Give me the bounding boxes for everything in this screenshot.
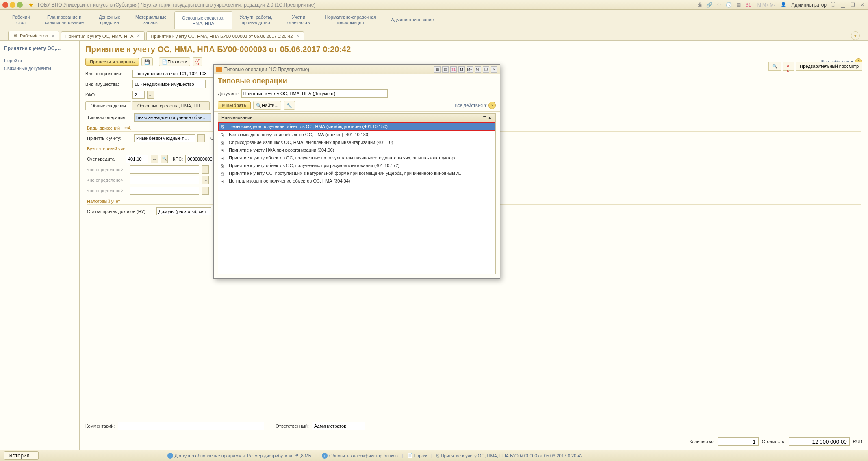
search-schet-icon[interactable]: 🔍 <box>161 155 168 163</box>
input-kfo[interactable] <box>132 91 145 99</box>
ftab-os[interactable]: Основные средства, НМА, НП… <box>132 101 210 110</box>
nav-admin[interactable]: Администрирование <box>384 10 441 29</box>
select-schet-icon[interactable]: … <box>151 155 158 163</box>
side-link-related[interactable]: Связанные документы <box>4 64 75 72</box>
sb-banks[interactable]: iОбновить классификатор банков <box>322 453 398 459</box>
list-row[interactable]: ⎘Принятие к учету ОС, поступивших в нату… <box>218 170 495 177</box>
m-buttons[interactable]: M M+ M- <box>757 2 775 7</box>
input-otv[interactable] <box>312 422 365 430</box>
clock-icon[interactable]: 🕓 <box>726 2 732 8</box>
star-icon[interactable]: ☆ <box>716 2 723 8</box>
tab-close-icon[interactable]: ✕ <box>51 33 55 39</box>
dtkt-button[interactable]: ДтКт <box>193 57 202 66</box>
input-komm[interactable] <box>118 422 264 430</box>
restore-icon[interactable]: ❐ <box>849 2 856 8</box>
select-prin-icon[interactable]: … <box>197 134 205 142</box>
search-button[interactable]: 🔍 <box>768 62 781 71</box>
save-button[interactable]: 💾 <box>141 57 153 66</box>
nav-services[interactable]: Услуги, работы, производство <box>232 10 280 29</box>
modal-close-icon[interactable]: ✕ <box>491 66 497 73</box>
dtkt2-button[interactable]: ДтКт <box>783 62 794 71</box>
label-curr: RUB <box>853 439 862 444</box>
input-stat[interactable] <box>156 207 211 215</box>
close-icon[interactable]: ✕ <box>859 2 866 8</box>
input-undef3[interactable] <box>130 187 199 195</box>
list-row[interactable]: ⎘Оприходование излишков ОС, НМА, выявлен… <box>218 139 495 146</box>
post-button[interactable]: 📄 Провести <box>159 57 190 66</box>
summary-row: Количество: Стоимость: RUB <box>85 435 862 446</box>
select-kfo-icon[interactable]: … <box>147 91 154 99</box>
input-undef1[interactable] <box>130 165 199 174</box>
list-header[interactable]: Наименование ≣ ▲ <box>218 113 496 122</box>
list-row[interactable]: ⎘Принятие к учету объектов ОС, полученны… <box>218 154 495 162</box>
tab-close-icon[interactable]: ✕ <box>137 33 140 39</box>
list-row[interactable]: ⎘Принятие к учету НФА при реорганизации … <box>218 146 495 154</box>
list-row[interactable]: ⎘Централизованное получение объектов ОС,… <box>218 177 495 185</box>
input-vid-im[interactable] <box>132 80 206 88</box>
select-undef2-icon[interactable]: … <box>202 176 209 184</box>
select-undef1-icon[interactable]: … <box>202 165 209 174</box>
info-icon[interactable]: ⓘ <box>830 2 836 8</box>
user-icon: 👤 <box>781 2 786 7</box>
modal-clear-button[interactable]: 🔧 <box>284 101 295 110</box>
tab-list[interactable]: Принятия к учету ОС, НМА, НПА ✕ <box>61 31 145 40</box>
history-button[interactable]: История... <box>4 451 39 460</box>
link-icon[interactable]: 🔗 <box>706 2 713 8</box>
label-undef1: <не определено>: <box>87 167 128 172</box>
preview-button[interactable]: Предварительный просмотр <box>796 62 862 71</box>
window-maximize-icon[interactable] <box>17 2 23 8</box>
nav-accounting[interactable]: Учет и отчетность <box>280 10 318 29</box>
sort-icon[interactable]: ≣ ▲ <box>483 115 492 120</box>
calendar-icon[interactable]: 31 <box>745 2 752 8</box>
label-komm: Комментарий: <box>85 424 115 428</box>
modal-help-icon[interactable]: ? <box>488 102 496 109</box>
tab-desktop[interactable]: 🖥 Рабочий стол ✕ <box>8 31 59 40</box>
post-and-close-button[interactable]: Провести и закрыть <box>85 58 139 66</box>
nav-materials[interactable]: Материальные запасы <box>128 10 174 29</box>
nav-money[interactable]: Денежные средства <box>91 10 128 29</box>
favorite-icon[interactable]: ★ <box>28 2 34 8</box>
tabs-dropdown-icon[interactable]: ▾ <box>851 31 860 40</box>
modal-calc-icon[interactable]: ▤ <box>442 66 449 73</box>
nav-reference[interactable]: Нормативно-справочная информация <box>318 10 384 29</box>
calc-icon[interactable]: ▦ <box>736 2 742 8</box>
tab-close-icon[interactable]: ✕ <box>296 33 299 39</box>
window-minimize-icon[interactable] <box>10 2 15 8</box>
info-icon: i <box>322 453 328 459</box>
modal-m-button[interactable]: M <box>458 66 465 73</box>
sb-update-label: Доступно обновление программы. Размер ди… <box>175 453 313 458</box>
input-qty[interactable] <box>718 437 759 446</box>
input-typ-op[interactable] <box>134 113 211 122</box>
modal-mminus-button[interactable]: M- <box>475 66 481 73</box>
modal-all-actions[interactable]: Все действия ▾ ? <box>455 102 496 109</box>
sb-doc[interactable]: ⎘Принятие к учету ОС, НМА, НПА БУ00-0000… <box>436 453 583 458</box>
ftab-general[interactable]: Общие сведения <box>85 101 131 110</box>
list-row[interactable]: ⎘Безвозмездное получение объектов ОС, НМ… <box>218 131 495 139</box>
modal-mplus-button[interactable]: M+ <box>467 66 473 73</box>
input-vid-post[interactable] <box>132 70 218 78</box>
select-undef3-icon[interactable]: … <box>202 187 209 195</box>
nav-planning[interactable]: Планирование и санкционирование <box>37 10 91 29</box>
input-cost[interactable] <box>789 437 850 446</box>
nav-fixed-assets[interactable]: Основные средства, НМА, НПА <box>174 11 232 29</box>
label-stat: Статья прочих доходов (НУ): <box>87 209 154 214</box>
modal-tool-icon[interactable]: ▦ <box>434 66 441 73</box>
modal-select-button[interactable]: ⎘ Выбрать <box>218 101 251 109</box>
input-schet[interactable] <box>126 155 148 163</box>
modal-restore-icon[interactable]: ❐ <box>483 66 489 73</box>
modal-cal-icon[interactable]: 31 <box>450 66 457 73</box>
print-icon[interactable]: 🖶 <box>697 2 703 8</box>
input-undef2[interactable] <box>130 176 199 184</box>
tab-document[interactable]: Принятие к учету ОС, НМА, НПА БУ00-00000… <box>146 31 304 40</box>
modal-find-button[interactable]: 🔍 Найти... <box>253 101 281 110</box>
input-prin[interactable] <box>134 134 195 142</box>
min-icon[interactable]: ▁ <box>840 2 846 8</box>
sb-garage[interactable]: 📄Гараж <box>407 453 427 458</box>
modal-input-doc[interactable] <box>241 89 388 98</box>
row-icon: ⎘ <box>221 156 226 160</box>
list-row[interactable]: ⎘Принятие к учету объектов ОС, полученны… <box>218 162 495 170</box>
window-close-icon[interactable] <box>2 2 8 8</box>
list-row[interactable]: ⎘Безвозмездное получение объектов ОС, НМ… <box>218 122 495 131</box>
nav-desktop[interactable]: Рабочий стол <box>5 10 37 29</box>
sb-update[interactable]: iДоступно обновление программы. Размер д… <box>167 453 313 459</box>
